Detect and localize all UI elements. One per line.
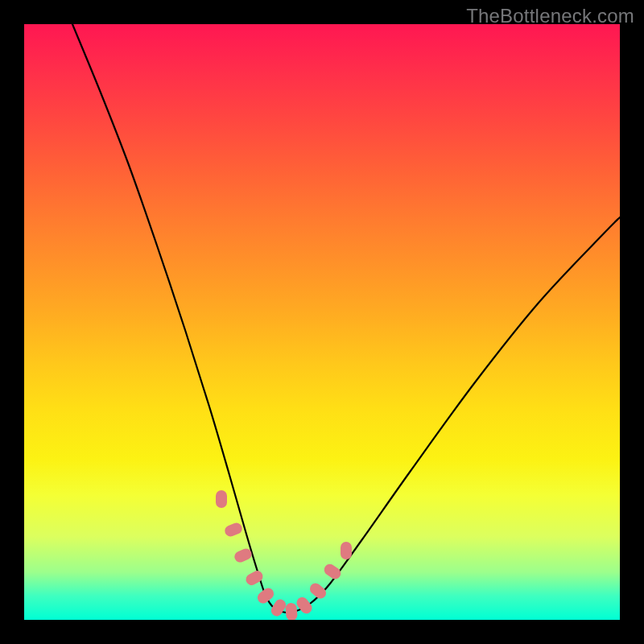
highlight-marker (295, 595, 315, 616)
highlight-marker (285, 602, 298, 620)
bottleneck-curve (72, 24, 620, 613)
highlight-marker (269, 597, 288, 618)
highlight-marker (341, 542, 352, 559)
chart-panel (24, 24, 620, 620)
highlight-marker (216, 490, 227, 508)
watermark-label: TheBottleneck.com (466, 5, 634, 27)
highlight-marker (223, 522, 244, 539)
highlight-marker (322, 562, 343, 581)
highlight-marker (308, 581, 328, 601)
curve-layer (24, 24, 620, 620)
curve-highlight-markers (216, 490, 352, 620)
highlight-marker (255, 586, 276, 606)
